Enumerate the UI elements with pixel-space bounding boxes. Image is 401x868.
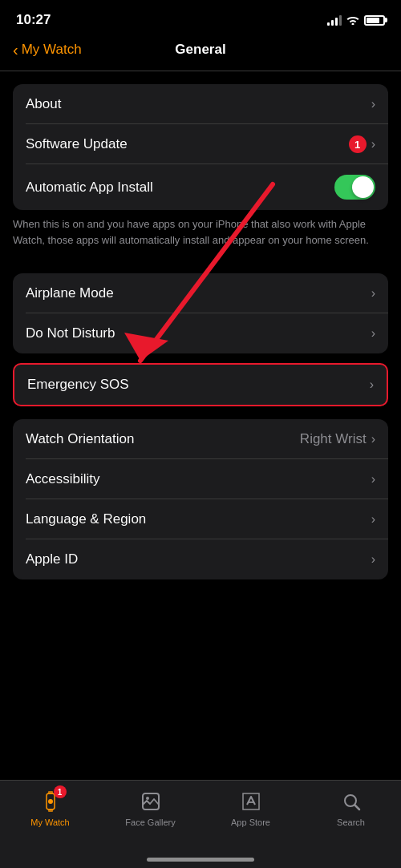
app-store-icon bbox=[240, 790, 262, 813]
auto-app-install-toggle[interactable] bbox=[334, 175, 375, 200]
do-not-disturb-chevron-icon: › bbox=[371, 326, 375, 341]
software-update-chevron-icon: › bbox=[371, 137, 375, 151]
svg-point-7 bbox=[146, 797, 149, 800]
search-icon-wrap bbox=[338, 789, 364, 814]
apple-id-right: › bbox=[371, 552, 375, 567]
settings-section-4: Watch Orientation Right Wrist › Accessib… bbox=[13, 419, 388, 579]
back-label: My Watch bbox=[22, 42, 82, 58]
emergency-sos-row[interactable]: Emergency SOS › bbox=[14, 365, 387, 405]
my-watch-tab-label: My Watch bbox=[30, 818, 70, 827]
watch-orientation-label: Watch Orientation bbox=[26, 431, 134, 447]
status-time: 10:27 bbox=[16, 12, 51, 28]
about-label: About bbox=[26, 96, 61, 112]
watch-orientation-right: Right Wrist › bbox=[300, 431, 375, 447]
tab-search[interactable]: Search bbox=[301, 789, 401, 827]
watch-orientation-row[interactable]: Watch Orientation Right Wrist › bbox=[13, 419, 388, 459]
do-not-disturb-row[interactable]: Do Not Disturb › bbox=[13, 313, 388, 353]
header-divider bbox=[0, 71, 401, 71]
language-region-right: › bbox=[371, 512, 375, 527]
my-watch-tab-badge: 1 bbox=[54, 785, 67, 798]
accessibility-label: Accessibility bbox=[26, 471, 100, 487]
search-icon bbox=[340, 790, 363, 813]
settings-section-emergency: Emergency SOS › bbox=[13, 363, 388, 406]
about-right: › bbox=[371, 97, 375, 111]
language-region-row[interactable]: Language & Region › bbox=[13, 499, 388, 539]
tab-my-watch[interactable]: 1 My Watch bbox=[0, 789, 100, 827]
software-update-label: Software Update bbox=[26, 136, 128, 152]
tab-bar: 1 My Watch Face Gallery App Store bbox=[0, 780, 401, 868]
accessibility-row[interactable]: Accessibility › bbox=[13, 459, 388, 499]
back-button[interactable]: ‹ My Watch bbox=[13, 41, 82, 59]
airplane-mode-right: › bbox=[371, 286, 375, 301]
battery-icon bbox=[364, 15, 385, 26]
face-gallery-icon bbox=[140, 790, 162, 813]
face-gallery-icon-wrap bbox=[138, 789, 164, 814]
status-icons bbox=[327, 14, 385, 26]
language-region-chevron-icon: › bbox=[371, 512, 375, 527]
airplane-mode-chevron-icon: › bbox=[371, 286, 375, 301]
emergency-sos-label: Emergency SOS bbox=[27, 377, 129, 393]
settings-section-2: Airplane Mode › Do Not Disturb › bbox=[13, 273, 388, 353]
app-store-tab-label: App Store bbox=[231, 818, 270, 827]
home-indicator bbox=[147, 858, 254, 862]
emergency-sos-right: › bbox=[370, 377, 374, 392]
watch-orientation-value: Right Wrist bbox=[300, 431, 367, 447]
auto-app-install-description: When this is on and you have apps on you… bbox=[0, 210, 401, 260]
status-bar: 10:27 bbox=[0, 0, 401, 35]
face-gallery-tab-label: Face Gallery bbox=[125, 818, 175, 827]
my-watch-icon-wrap: 1 bbox=[38, 789, 63, 814]
svg-point-5 bbox=[48, 799, 53, 804]
watch-orientation-chevron-icon: › bbox=[371, 432, 375, 446]
settings-section-1: About › Software Update 1 › Automatic Ap… bbox=[13, 84, 388, 210]
nav-header: ‹ My Watch General bbox=[0, 35, 401, 71]
auto-app-install-right bbox=[334, 175, 375, 200]
auto-app-install-row[interactable]: Automatic App Install bbox=[13, 164, 388, 210]
page-title: General bbox=[175, 42, 225, 58]
software-update-right: 1 › bbox=[349, 135, 375, 153]
accessibility-right: › bbox=[371, 472, 375, 486]
svg-line-10 bbox=[354, 805, 359, 810]
do-not-disturb-label: Do Not Disturb bbox=[26, 325, 115, 341]
app-store-icon-wrap bbox=[238, 789, 264, 814]
tab-app-store[interactable]: App Store bbox=[200, 789, 301, 827]
software-update-badge: 1 bbox=[349, 135, 367, 153]
signal-icon bbox=[327, 14, 342, 26]
about-chevron-icon: › bbox=[371, 97, 375, 111]
toggle-knob bbox=[352, 176, 374, 198]
apple-id-label: Apple ID bbox=[26, 551, 78, 567]
accessibility-chevron-icon: › bbox=[371, 472, 375, 486]
airplane-mode-row[interactable]: Airplane Mode › bbox=[13, 273, 388, 313]
about-row[interactable]: About › bbox=[13, 84, 388, 124]
back-chevron-icon: ‹ bbox=[13, 41, 18, 59]
auto-app-install-label: Automatic App Install bbox=[26, 180, 153, 196]
language-region-label: Language & Region bbox=[26, 511, 146, 527]
svg-rect-4 bbox=[48, 809, 53, 812]
svg-rect-3 bbox=[48, 791, 53, 794]
tab-face-gallery[interactable]: Face Gallery bbox=[100, 789, 200, 827]
apple-id-row[interactable]: Apple ID › bbox=[13, 539, 388, 579]
apple-id-chevron-icon: › bbox=[371, 552, 375, 567]
software-update-row[interactable]: Software Update 1 › bbox=[13, 124, 388, 164]
do-not-disturb-right: › bbox=[371, 326, 375, 341]
airplane-mode-label: Airplane Mode bbox=[26, 285, 114, 301]
emergency-sos-chevron-icon: › bbox=[370, 377, 374, 392]
wifi-icon bbox=[346, 15, 359, 25]
search-tab-label: Search bbox=[337, 818, 365, 827]
